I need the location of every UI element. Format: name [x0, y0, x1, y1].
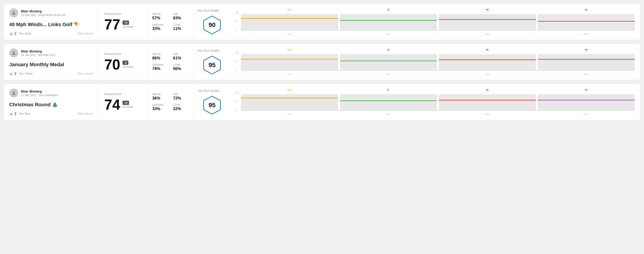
chart-colored-line [340, 101, 437, 101]
chart-top-value: 99 [538, 48, 635, 51]
avatar [9, 48, 18, 57]
round-title: Christmas Round 🎄 [9, 102, 93, 108]
score-number: 74 [104, 98, 120, 112]
stats-section: FW Hit36%GIR72%Up/Down33%1 Putt22% [149, 84, 194, 120]
chart-axis-label: PUTT [538, 73, 635, 75]
score-number: 70 [104, 57, 120, 72]
chart-column: 98ARG [439, 8, 536, 35]
svg-point-2 [13, 51, 15, 53]
chart-bar-bg [538, 54, 635, 71]
stat-gir: GIR83% [173, 13, 190, 20]
chart-top-value: 107 [241, 8, 338, 11]
chart-column: 82PUTT [538, 8, 635, 35]
score-badge-holes: -218 Holes [122, 61, 133, 68]
stat-fw-hit-label: FW Hit [152, 13, 170, 16]
score-label: Round Score [104, 52, 143, 56]
hexagon-container: 95 [198, 95, 226, 115]
chart-column: 101OTT [241, 48, 338, 75]
stat-gir-label: GIR [173, 13, 190, 16]
score-badge-holes: +218 Holes [122, 101, 133, 109]
score-label: Round Score [104, 92, 143, 96]
chart-colored-line [439, 19, 536, 20]
player-date-course: 12 Feb 2022 · Royal North Devon GC [21, 13, 66, 17]
chart-bar-bg [439, 14, 536, 31]
tee-info: 🌤 🏌 Tee: Blue [9, 112, 30, 116]
card-left-section: Blair McHarg29 Jan 2022 · Mill Ride GCCJ… [4, 44, 98, 80]
chart-top-value: 96 [439, 48, 536, 51]
player-text: Blair McHarg27 Dec 2021 · The Oxfordshir… [21, 89, 58, 97]
tee-label: Tee: Yellow [19, 72, 32, 75]
chart-bar-bg [439, 94, 536, 111]
card-footer: 🌤 🏌 Tee: BlueData: Arccos [9, 112, 93, 116]
stat-fw-hit-label: FW Hit [152, 53, 170, 56]
chart-colored-line [241, 18, 338, 19]
chart-section: 100500101OTT86APP96ARG99PUTT [230, 44, 640, 80]
stat-fw-hit-value: 57% [152, 16, 170, 20]
chart-colored-line [340, 61, 437, 61]
hexagon: 95 [202, 55, 222, 75]
card-footer: 🌤 🏌 Tee: BlackData: Arccos [9, 32, 93, 35]
player-date-course: 29 Jan 2022 · Mill Ride GCC [21, 54, 55, 57]
player-info: Blair McHarg12 Feb 2022 · Royal North De… [9, 8, 93, 17]
stat-gir-label: GIR [173, 93, 190, 96]
chart-column: 95ARG [439, 89, 536, 116]
chart-section: 100500110OTT87APP95ARG93PUTT [230, 84, 640, 120]
stat-oneputt: 1 Putt56% [173, 63, 190, 71]
quality-score: 95 [208, 61, 216, 69]
chart-colored-line [538, 21, 635, 22]
chart-top-value: 95 [340, 8, 437, 11]
bag-icon: 🏌 [14, 112, 18, 116]
chart-bar-bg [340, 54, 437, 71]
stat-updown-value: 33% [152, 107, 170, 111]
card-left-section: Blair McHarg27 Dec 2021 · The Oxfordshir… [4, 84, 98, 120]
chart-top-value: 82 [538, 8, 635, 11]
player-name: Blair McHarg [21, 89, 58, 93]
score-section: Round Score74+218 Holes [99, 84, 148, 120]
svg-point-4 [13, 91, 15, 93]
quality-section: Avg Shot Quality 95 [194, 84, 230, 120]
chart-axis-label: PUTT [538, 113, 635, 116]
score-section: Round Score77+518 Holes [99, 4, 148, 40]
avatar [9, 89, 18, 98]
score-holes: 18 Holes [122, 65, 133, 68]
stats-grid: FW Hit86%GIR61%Up/Down78%1 Putt56% [152, 53, 190, 71]
bag-icon: 🏌 [14, 32, 18, 35]
score-badge-holes: +518 Holes [122, 20, 133, 28]
tee-label: Tee: Black [19, 32, 31, 35]
player-date-course: 27 Dec 2021 · The Oxfordshire [21, 94, 58, 97]
stat-updown: Up/Down33% [152, 103, 170, 111]
stat-fw-hit: FW Hit86% [152, 53, 170, 61]
avatar [9, 8, 18, 17]
chart-column: 110OTT [241, 89, 338, 116]
score-badge: +5 [122, 20, 129, 25]
chart-top-value: 87 [340, 89, 437, 91]
stat-oneputt-value: 22% [173, 107, 190, 111]
weather-icon: 🌤 [9, 72, 12, 75]
card-footer: 🌤 🏌 Tee: YellowData: Arccos [9, 72, 93, 75]
stat-oneputt-label: 1 Putt [173, 23, 190, 26]
chart-bar-bg [241, 14, 338, 31]
chart-bar-bg [439, 54, 536, 71]
chart-top-value: 95 [439, 89, 536, 91]
tee-info: 🌤 🏌 Tee: Yellow [9, 72, 32, 75]
chart-axis-label: ARG [439, 113, 536, 116]
stats-section: FW Hit57%GIR83%Up/Down33%1 Putt11% [149, 4, 194, 40]
chart-section: 100500107OTT95APP98ARG82PUTT [230, 4, 640, 40]
stat-updown-value: 33% [152, 26, 170, 31]
stat-gir-value: 83% [173, 16, 190, 20]
stat-oneputt: 1 Putt22% [173, 103, 190, 111]
stat-updown-label: Up/Down [152, 63, 170, 66]
stat-oneputt-value: 11% [173, 26, 190, 31]
quality-label: Avg Shot Quality [198, 89, 220, 92]
stat-updown-label: Up/Down [152, 103, 170, 107]
score-holes: 18 Holes [122, 105, 133, 109]
player-name: Blair McHarg [21, 49, 55, 53]
chart-colored-line [241, 98, 338, 98]
chart-axis-label: OTT [241, 113, 338, 116]
score-row: 70-218 Holes [104, 57, 143, 72]
stat-gir-label: GIR [173, 53, 190, 56]
hexagon: 90 [202, 15, 222, 35]
quality-section: Avg Shot Quality 95 [194, 44, 230, 80]
stat-updown-value: 78% [152, 66, 170, 71]
chart-colored-line [538, 59, 635, 60]
